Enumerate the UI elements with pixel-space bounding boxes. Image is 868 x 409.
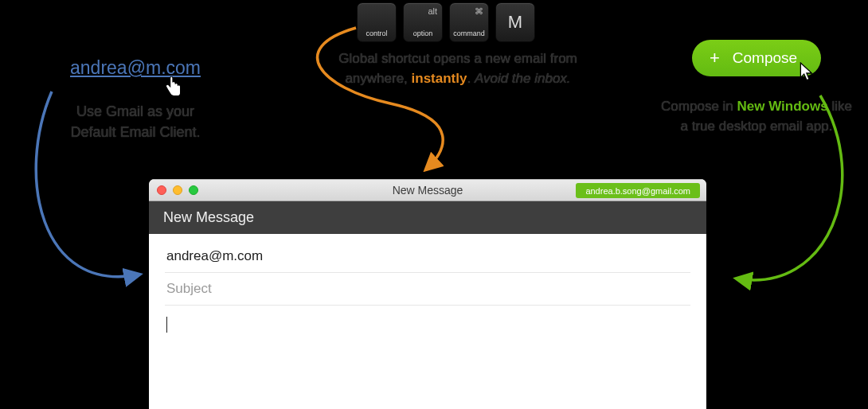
shortcut-caption: Global shortcut opens a new email from a… — [334, 49, 581, 88]
titlebar[interactable]: New Message andrea.b.song@gmail.com — [149, 179, 706, 201]
mailto-caption: Use Gmail as your Default Email Client. — [44, 101, 227, 142]
minimize-icon[interactable] — [173, 185, 182, 195]
text-caret — [166, 317, 167, 333]
compose-feature: + Compose Compose in New Windows like a … — [657, 40, 856, 136]
zoom-icon[interactable] — [189, 185, 198, 195]
shortcut-caption-italic: Avoid the inbox. — [475, 71, 571, 86]
shortcut-caption-highlight: instantly — [412, 71, 467, 86]
key-command: ⌘ command — [449, 2, 489, 42]
subject-field[interactable]: Subject — [165, 273, 690, 306]
mailto-link[interactable]: andrea@m.com — [70, 57, 201, 79]
hand-cursor-icon — [163, 76, 184, 103]
key-m-label: M — [508, 12, 522, 33]
arrow-cursor-icon — [799, 62, 816, 88]
plus-icon: + — [710, 49, 720, 67]
shortcut-caption-text2: . — [467, 71, 474, 86]
mailto-caption-line2: Default Email Client. — [70, 124, 200, 140]
key-option-label: option — [413, 29, 433, 37]
compose-caption-highlight: New Windows — [737, 99, 828, 114]
compose-window: New Message andrea.b.song@gmail.com New … — [149, 179, 706, 409]
compose-button-label: Compose — [733, 49, 797, 67]
key-option-symbol: alt — [428, 6, 437, 16]
close-icon[interactable] — [157, 185, 166, 195]
compose-caption: Compose in New Windows like a true deskt… — [657, 97, 856, 136]
traffic-lights — [157, 185, 198, 195]
account-pill[interactable]: andrea.b.song@gmail.com — [576, 183, 700, 198]
key-command-symbol: ⌘ — [475, 6, 483, 17]
compose-caption-text1: Compose in — [661, 99, 737, 114]
compose-fields: andrea@m.com Subject — [149, 234, 706, 306]
key-control-label: control — [366, 29, 387, 37]
mailto-feature: andrea@m.com Use Gmail as your Default E… — [44, 57, 227, 142]
key-option: alt option — [403, 2, 443, 42]
compose-header: New Message — [149, 201, 706, 234]
key-command-label: command — [453, 29, 485, 37]
key-control: control — [357, 2, 397, 42]
to-field[interactable]: andrea@m.com — [165, 240, 690, 273]
mailto-caption-line1: Use Gmail as your — [76, 103, 194, 119]
key-m: M — [495, 2, 535, 42]
shortcut-keys: control alt option ⌘ command M — [357, 2, 535, 42]
body-field[interactable] — [149, 306, 706, 344]
